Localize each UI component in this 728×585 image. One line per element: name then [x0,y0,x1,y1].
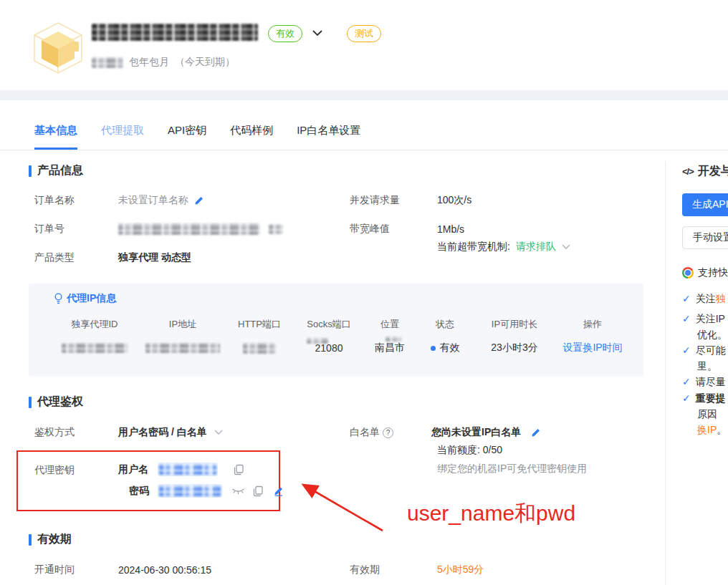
order-header: 有效 测试 包年包月 （今天到期） [0,0,728,90]
concurrency-label: 并发请求量 [350,194,437,207]
auth-method-value: 用户名密码 / 白名单 [118,426,207,439]
col-http-port: HTTP端口 [225,318,294,331]
whitelist-help-icon[interactable]: ? [383,427,393,438]
http-port-redacted [243,343,276,354]
status-dot-icon [431,346,436,351]
status-chevron-down-icon[interactable] [312,30,322,37]
support-text: 支持快 [698,266,728,279]
bulb-icon [54,293,63,304]
tip-text: 请尽量 [696,374,726,390]
tip-text-line2: 原因 [697,406,717,422]
socks-port-partial-redaction [307,338,328,344]
section-bar [29,165,32,177]
product-cube-icon [32,20,85,76]
auth-method-chevron-down-icon[interactable] [214,430,223,435]
over-bandwidth-label: 当前超带宽机制: [437,241,510,253]
tab-api-key[interactable]: API密钥 [168,124,206,150]
check-icon: ✓ [682,390,691,406]
sidebar-divider [665,161,666,585]
edit-password-icon[interactable] [273,485,284,496]
order-id-redacted [92,24,258,41]
tip-text-line2: 里。 [697,358,717,374]
tab-ip-whitelist[interactable]: IP白名单设置 [297,124,360,150]
order-detail-page: 有效 测试 包年包月 （今天到期） 基本信息 代理提取 API密钥 代码样例 I… [0,0,728,585]
validity-label: 有效期 [350,564,437,576]
product-type-label: 产品类型 [34,251,118,264]
tip-item: ✓ 请尽量 [682,374,726,390]
subline-redacted [92,57,123,68]
sidebar-title: 开发与 [698,164,728,179]
check-icon: ✓ [682,291,691,306]
section-product-info: 产品信息 [29,163,83,178]
mechanism-chevron-down-icon[interactable] [562,244,570,250]
password-value-redacted [158,484,222,498]
order-subline: 包年包月 （今天到期） [92,56,235,69]
change-ip-link[interactable]: 换IP [697,424,717,435]
status-value: 有效 [440,342,460,354]
order-content: 基本信息 代理提取 API密钥 代码样例 IP白名单设置 产品信息 订单名称 未… [0,100,728,585]
tip-text: 关注 [696,293,716,304]
col-ip-address: IP地址 [140,318,225,331]
whitelist-label: 白名单 [350,426,380,439]
username-label: 用户名 [118,463,158,476]
tip-highlight[interactable]: 独 [716,293,726,304]
check-icon: ✓ [682,311,691,327]
tab-code-sample[interactable]: 代码样例 [230,124,273,150]
validity-value: 5小时59分 [437,564,484,576]
proxy-table-row: 21080 南昌市 有效 23小时3分 设置换IP时间 [49,339,631,357]
over-bandwidth-value[interactable]: 请求排队 [516,241,556,253]
credentials-highlight-box [16,450,280,511]
test-badge-label: 测试 [355,27,373,40]
username-value-redacted [158,463,218,476]
proxy-table-header: 独享代理ID IP地址 HTTP端口 Socks端口 位置 状态 IP可用时长 … [49,318,631,331]
order-no-redacted [118,223,260,235]
tab-bar-divider [0,150,728,150]
tip-text: 尽可能 [696,342,726,358]
plan-type-label: 包年包月 [129,56,169,69]
auth-method-label: 鉴权方式 [34,426,118,439]
set-ip-change-time-link[interactable]: 设置换IP时间 [562,342,622,354]
whitelist-value: 您尚未设置IP白名单 [431,426,521,439]
section-product-info-title: 产品信息 [37,163,83,178]
col-ip-duration: IP可用时长 [474,318,555,331]
tab-basic-info[interactable]: 基本信息 [34,124,77,150]
tip-item: ✓ 关注独 [682,291,726,306]
tip-item: ✓ 尽可能 [682,342,726,358]
chrome-icon [682,267,694,279]
tip-text: 重要提 [696,390,726,406]
bandwidth-label: 带宽峰值 [350,223,437,236]
section-bar [29,397,32,408]
col-status: 状态 [416,318,474,331]
status-badge: 有效 [268,25,302,42]
proxy-ip-info-title: 代理IP信息 [67,292,116,305]
copy-username-icon[interactable] [234,464,244,475]
status-badge-label: 有效 [276,27,294,40]
manual-setting-button[interactable]: 手动设置 [682,226,728,249]
check-icon: ✓ [682,374,691,390]
tip-text-line2: 优化。 [697,327,727,342]
generate-api-button[interactable]: 生成API [682,193,728,216]
product-type-value: 独享代理 动态型 [118,251,191,264]
manual-setting-button-label: 手动设置 [693,231,728,244]
ip-address-redacted [145,343,220,353]
order-name-label: 订单名称 [34,194,118,207]
whitelist-quota: 当前额度: 0/50 [437,444,502,457]
col-location: 位置 [364,318,416,331]
check-icon: ✓ [682,342,691,358]
proxy-id-redacted [62,343,128,353]
tab-proxy-extract[interactable]: 代理提取 [101,124,144,150]
order-no-redacted-2 [269,224,283,234]
toggle-password-visibility-icon[interactable] [231,487,245,495]
location-value: 南昌市 [375,342,405,354]
location-partial-redaction [385,337,401,342]
bandwidth-value: 1Mb/s [437,223,464,235]
copy-password-icon[interactable] [253,485,264,497]
open-time-label: 开通时间 [34,564,118,576]
generate-api-button-label: 生成API [692,198,728,211]
col-proxy-id: 独享代理ID [49,318,140,331]
annotation-text: user_name和pwd [407,499,575,528]
edit-order-name-icon[interactable] [194,195,204,206]
edit-whitelist-icon[interactable] [531,427,541,437]
password-label: 密码 [129,485,158,498]
col-socks-port: Socks端口 [294,318,364,331]
